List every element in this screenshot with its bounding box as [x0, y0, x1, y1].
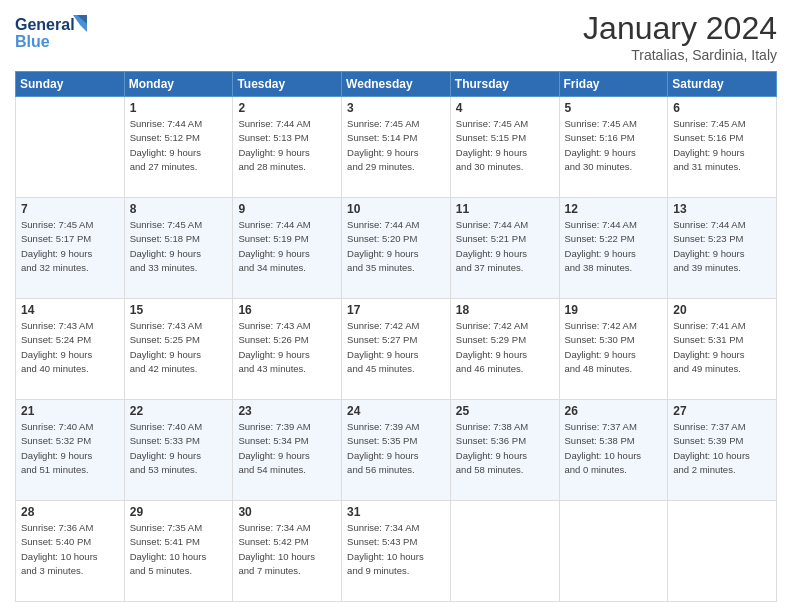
- day-info: Sunrise: 7:36 AM Sunset: 5:40 PM Dayligh…: [21, 521, 119, 578]
- calendar-cell: 16Sunrise: 7:43 AM Sunset: 5:26 PM Dayli…: [233, 299, 342, 400]
- day-number: 8: [130, 202, 228, 216]
- calendar-cell: 3Sunrise: 7:45 AM Sunset: 5:14 PM Daylig…: [342, 97, 451, 198]
- day-info: Sunrise: 7:34 AM Sunset: 5:42 PM Dayligh…: [238, 521, 336, 578]
- calendar-cell: 31Sunrise: 7:34 AM Sunset: 5:43 PM Dayli…: [342, 501, 451, 602]
- day-info: Sunrise: 7:40 AM Sunset: 5:32 PM Dayligh…: [21, 420, 119, 477]
- calendar-cell: [559, 501, 668, 602]
- day-info: Sunrise: 7:45 AM Sunset: 5:17 PM Dayligh…: [21, 218, 119, 275]
- page: General Blue January 2024 Tratalias, Sar…: [0, 0, 792, 612]
- day-number: 29: [130, 505, 228, 519]
- calendar-cell: 30Sunrise: 7:34 AM Sunset: 5:42 PM Dayli…: [233, 501, 342, 602]
- day-number: 1: [130, 101, 228, 115]
- day-number: 7: [21, 202, 119, 216]
- day-number: 15: [130, 303, 228, 317]
- day-number: 19: [565, 303, 663, 317]
- calendar-cell: 19Sunrise: 7:42 AM Sunset: 5:30 PM Dayli…: [559, 299, 668, 400]
- header: General Blue January 2024 Tratalias, Sar…: [15, 10, 777, 63]
- day-number: 27: [673, 404, 771, 418]
- day-number: 4: [456, 101, 554, 115]
- calendar-cell: 24Sunrise: 7:39 AM Sunset: 5:35 PM Dayli…: [342, 400, 451, 501]
- calendar-cell: 22Sunrise: 7:40 AM Sunset: 5:33 PM Dayli…: [124, 400, 233, 501]
- day-number: 28: [21, 505, 119, 519]
- calendar-week-2: 7Sunrise: 7:45 AM Sunset: 5:17 PM Daylig…: [16, 198, 777, 299]
- calendar-cell: 9Sunrise: 7:44 AM Sunset: 5:19 PM Daylig…: [233, 198, 342, 299]
- weekday-header-friday: Friday: [559, 72, 668, 97]
- svg-text:Blue: Blue: [15, 33, 50, 50]
- day-number: 21: [21, 404, 119, 418]
- day-number: 6: [673, 101, 771, 115]
- day-info: Sunrise: 7:44 AM Sunset: 5:12 PM Dayligh…: [130, 117, 228, 174]
- day-info: Sunrise: 7:38 AM Sunset: 5:36 PM Dayligh…: [456, 420, 554, 477]
- day-info: Sunrise: 7:42 AM Sunset: 5:30 PM Dayligh…: [565, 319, 663, 376]
- calendar-cell: 15Sunrise: 7:43 AM Sunset: 5:25 PM Dayli…: [124, 299, 233, 400]
- calendar-cell: 29Sunrise: 7:35 AM Sunset: 5:41 PM Dayli…: [124, 501, 233, 602]
- day-info: Sunrise: 7:45 AM Sunset: 5:14 PM Dayligh…: [347, 117, 445, 174]
- calendar-cell: 4Sunrise: 7:45 AM Sunset: 5:15 PM Daylig…: [450, 97, 559, 198]
- calendar-cell: 27Sunrise: 7:37 AM Sunset: 5:39 PM Dayli…: [668, 400, 777, 501]
- day-number: 17: [347, 303, 445, 317]
- calendar-cell: 25Sunrise: 7:38 AM Sunset: 5:36 PM Dayli…: [450, 400, 559, 501]
- day-number: 26: [565, 404, 663, 418]
- day-info: Sunrise: 7:44 AM Sunset: 5:13 PM Dayligh…: [238, 117, 336, 174]
- calendar-cell: 5Sunrise: 7:45 AM Sunset: 5:16 PM Daylig…: [559, 97, 668, 198]
- day-number: 25: [456, 404, 554, 418]
- day-number: 20: [673, 303, 771, 317]
- day-info: Sunrise: 7:45 AM Sunset: 5:15 PM Dayligh…: [456, 117, 554, 174]
- calendar-cell: 6Sunrise: 7:45 AM Sunset: 5:16 PM Daylig…: [668, 97, 777, 198]
- calendar-cell: 28Sunrise: 7:36 AM Sunset: 5:40 PM Dayli…: [16, 501, 125, 602]
- day-number: 12: [565, 202, 663, 216]
- month-title: January 2024: [583, 10, 777, 47]
- weekday-header-tuesday: Tuesday: [233, 72, 342, 97]
- calendar-cell: 23Sunrise: 7:39 AM Sunset: 5:34 PM Dayli…: [233, 400, 342, 501]
- day-number: 24: [347, 404, 445, 418]
- day-info: Sunrise: 7:45 AM Sunset: 5:18 PM Dayligh…: [130, 218, 228, 275]
- day-info: Sunrise: 7:37 AM Sunset: 5:39 PM Dayligh…: [673, 420, 771, 477]
- calendar-cell: 26Sunrise: 7:37 AM Sunset: 5:38 PM Dayli…: [559, 400, 668, 501]
- day-number: 5: [565, 101, 663, 115]
- day-info: Sunrise: 7:39 AM Sunset: 5:34 PM Dayligh…: [238, 420, 336, 477]
- day-number: 31: [347, 505, 445, 519]
- day-info: Sunrise: 7:42 AM Sunset: 5:27 PM Dayligh…: [347, 319, 445, 376]
- calendar-cell: [668, 501, 777, 602]
- day-number: 14: [21, 303, 119, 317]
- day-info: Sunrise: 7:34 AM Sunset: 5:43 PM Dayligh…: [347, 521, 445, 578]
- calendar-cell: 12Sunrise: 7:44 AM Sunset: 5:22 PM Dayli…: [559, 198, 668, 299]
- calendar-week-1: 1Sunrise: 7:44 AM Sunset: 5:12 PM Daylig…: [16, 97, 777, 198]
- day-info: Sunrise: 7:44 AM Sunset: 5:21 PM Dayligh…: [456, 218, 554, 275]
- day-number: 13: [673, 202, 771, 216]
- logo-area: General Blue: [15, 10, 95, 56]
- day-number: 16: [238, 303, 336, 317]
- day-info: Sunrise: 7:44 AM Sunset: 5:23 PM Dayligh…: [673, 218, 771, 275]
- day-info: Sunrise: 7:41 AM Sunset: 5:31 PM Dayligh…: [673, 319, 771, 376]
- calendar-cell: 2Sunrise: 7:44 AM Sunset: 5:13 PM Daylig…: [233, 97, 342, 198]
- day-info: Sunrise: 7:44 AM Sunset: 5:20 PM Dayligh…: [347, 218, 445, 275]
- day-number: 22: [130, 404, 228, 418]
- day-number: 23: [238, 404, 336, 418]
- day-info: Sunrise: 7:45 AM Sunset: 5:16 PM Dayligh…: [565, 117, 663, 174]
- calendar-cell: 7Sunrise: 7:45 AM Sunset: 5:17 PM Daylig…: [16, 198, 125, 299]
- day-info: Sunrise: 7:43 AM Sunset: 5:25 PM Dayligh…: [130, 319, 228, 376]
- day-info: Sunrise: 7:39 AM Sunset: 5:35 PM Dayligh…: [347, 420, 445, 477]
- calendar-cell: 8Sunrise: 7:45 AM Sunset: 5:18 PM Daylig…: [124, 198, 233, 299]
- day-number: 9: [238, 202, 336, 216]
- day-info: Sunrise: 7:40 AM Sunset: 5:33 PM Dayligh…: [130, 420, 228, 477]
- day-info: Sunrise: 7:35 AM Sunset: 5:41 PM Dayligh…: [130, 521, 228, 578]
- calendar-cell: [450, 501, 559, 602]
- calendar-table: SundayMondayTuesdayWednesdayThursdayFrid…: [15, 71, 777, 602]
- calendar-cell: [16, 97, 125, 198]
- calendar-cell: 13Sunrise: 7:44 AM Sunset: 5:23 PM Dayli…: [668, 198, 777, 299]
- calendar-week-5: 28Sunrise: 7:36 AM Sunset: 5:40 PM Dayli…: [16, 501, 777, 602]
- day-info: Sunrise: 7:43 AM Sunset: 5:26 PM Dayligh…: [238, 319, 336, 376]
- weekday-header-row: SundayMondayTuesdayWednesdayThursdayFrid…: [16, 72, 777, 97]
- day-info: Sunrise: 7:45 AM Sunset: 5:16 PM Dayligh…: [673, 117, 771, 174]
- day-info: Sunrise: 7:44 AM Sunset: 5:19 PM Dayligh…: [238, 218, 336, 275]
- calendar-week-3: 14Sunrise: 7:43 AM Sunset: 5:24 PM Dayli…: [16, 299, 777, 400]
- weekday-header-wednesday: Wednesday: [342, 72, 451, 97]
- day-info: Sunrise: 7:42 AM Sunset: 5:29 PM Dayligh…: [456, 319, 554, 376]
- title-area: January 2024 Tratalias, Sardinia, Italy: [583, 10, 777, 63]
- day-number: 2: [238, 101, 336, 115]
- day-number: 18: [456, 303, 554, 317]
- day-number: 3: [347, 101, 445, 115]
- calendar-cell: 21Sunrise: 7:40 AM Sunset: 5:32 PM Dayli…: [16, 400, 125, 501]
- weekday-header-sunday: Sunday: [16, 72, 125, 97]
